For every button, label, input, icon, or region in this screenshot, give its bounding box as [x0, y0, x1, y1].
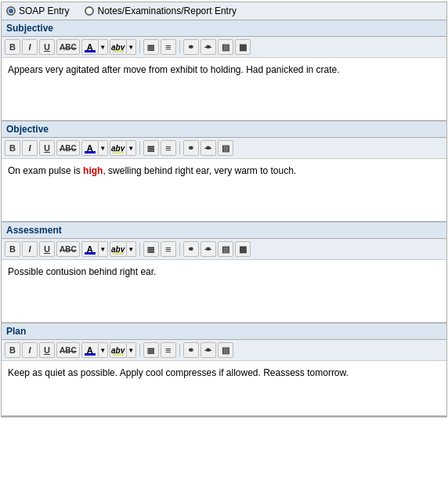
- subjective-content[interactable]: Appears very agitated after move from ex…: [2, 58, 446, 121]
- link-btn-asmnt[interactable]: ⚭: [183, 241, 199, 257]
- font-color-arrow-asmnt[interactable]: ▼: [99, 241, 108, 257]
- highlight-color-group-obj: aby ▼: [110, 140, 136, 156]
- italic-btn-obj[interactable]: I: [22, 140, 38, 156]
- numbered-list-btn-obj[interactable]: ≡: [161, 140, 176, 156]
- font-color-btn-plan[interactable]: A: [81, 342, 99, 358]
- sep2: [179, 41, 180, 53]
- special-btn[interactable]: ▦: [235, 39, 251, 55]
- objective-text-pre: On exam pulse is: [8, 165, 83, 176]
- strikethrough-btn-asmnt[interactable]: ABC: [56, 241, 80, 257]
- table-btn-obj[interactable]: ▤: [218, 140, 233, 156]
- main-container: SOAP Entry Notes/Examinations/Report Ent…: [1, 2, 447, 417]
- link-btn-obj[interactable]: ⚭: [183, 140, 199, 156]
- bold-btn-plan[interactable]: B: [5, 342, 20, 358]
- plan-text: Keep as quiet as possible. Apply cool co…: [8, 367, 349, 378]
- sep4: [179, 142, 180, 154]
- objective-content[interactable]: On exam pulse is high, swelling behind r…: [2, 159, 446, 222]
- bullet-list-btn-obj[interactable]: ≣: [143, 140, 159, 156]
- assessment-content[interactable]: Possible contusion behind right ear.: [2, 260, 446, 323]
- strikethrough-btn-plan[interactable]: ABC: [56, 342, 80, 358]
- section-subjective-label: Subjective: [2, 20, 446, 37]
- numbered-list-btn-plan[interactable]: ≡: [161, 342, 176, 358]
- font-color-arrow-obj[interactable]: ▼: [99, 140, 108, 156]
- underline-btn-obj[interactable]: U: [39, 140, 55, 156]
- toolbar-objective: B I U ABC A ▼ aby ▼ ≣ ≡ ⚭ ⚭ ▤: [2, 138, 446, 159]
- tab-soap-label: SOAP Entry: [19, 5, 69, 16]
- highlight-color-arrow[interactable]: ▼: [127, 39, 136, 55]
- sep1: [139, 41, 140, 53]
- highlight-color-group: aby ▼: [110, 39, 136, 55]
- highlight-color-btn-plan[interactable]: aby: [110, 342, 127, 358]
- sep8: [179, 344, 180, 356]
- toolbar-subjective: B I U ABC A ▼ aby ▼ ≣ ≡ ⚭ ⚭ ▤ ▦: [2, 37, 446, 58]
- font-color-group: A ▼: [81, 39, 108, 55]
- numbered-list-btn[interactable]: ≡: [161, 39, 176, 55]
- objective-text-post: , swelling behind right ear, very warm t…: [103, 165, 296, 176]
- bold-btn[interactable]: B: [5, 39, 20, 55]
- highlight-color-btn[interactable]: aby: [110, 39, 127, 55]
- special-btn-asmnt[interactable]: ▦: [235, 241, 251, 257]
- numbered-list-btn-asmnt[interactable]: ≡: [161, 241, 176, 257]
- unlink-btn[interactable]: ⚭: [201, 39, 216, 55]
- toolbar-assessment: B I U ABC A ▼ aby ▼ ≣ ≡ ⚭ ⚭ ▤ ▦: [2, 239, 446, 260]
- sep6: [179, 243, 180, 255]
- font-color-btn-obj[interactable]: A: [81, 140, 99, 156]
- highlight-color-group-plan: aby ▼: [110, 342, 136, 358]
- italic-btn-plan[interactable]: I: [22, 342, 38, 358]
- sep3: [139, 142, 140, 154]
- bullet-list-btn-plan[interactable]: ≣: [143, 342, 159, 358]
- unlink-btn-plan[interactable]: ⚭: [201, 342, 216, 358]
- highlight-color-btn-obj[interactable]: aby: [110, 140, 127, 156]
- section-objective-label: Objective: [2, 121, 446, 138]
- font-color-arrow-plan[interactable]: ▼: [99, 342, 108, 358]
- strikethrough-btn-obj[interactable]: ABC: [56, 140, 80, 156]
- tab-notes[interactable]: Notes/Examinations/Report Entry: [85, 5, 236, 16]
- assessment-text: Possible contusion behind right ear.: [8, 266, 156, 277]
- section-subjective: Subjective B I U ABC A ▼ aby ▼ ≣ ≡ ⚭ ⚭ ▤…: [2, 20, 446, 121]
- font-color-btn[interactable]: A: [81, 39, 99, 55]
- section-assessment-label: Assessment: [2, 222, 446, 239]
- highlight-color-arrow-plan[interactable]: ▼: [127, 342, 136, 358]
- link-btn[interactable]: ⚭: [183, 39, 199, 55]
- tab-notes-label: Notes/Examinations/Report Entry: [97, 5, 236, 16]
- table-btn-asmnt[interactable]: ▤: [218, 241, 233, 257]
- radio-soap[interactable]: [6, 6, 16, 16]
- toolbar-plan: B I U ABC A ▼ aby ▼ ≣ ≡ ⚭ ⚭ ▤: [2, 340, 446, 361]
- font-color-arrow[interactable]: ▼: [99, 39, 108, 55]
- unlink-btn-obj[interactable]: ⚭: [201, 140, 216, 156]
- tab-row: SOAP Entry Notes/Examinations/Report Ent…: [2, 2, 446, 20]
- sep5: [139, 243, 140, 255]
- link-btn-plan[interactable]: ⚭: [183, 342, 199, 358]
- table-btn-plan[interactable]: ▤: [218, 342, 233, 358]
- highlight-color-group-asmnt: aby ▼: [110, 241, 136, 257]
- underline-btn-asmnt[interactable]: U: [39, 241, 55, 257]
- section-plan: Plan B I U ABC A ▼ aby ▼ ≣ ≡ ⚭ ⚭ ▤ Keep …: [2, 323, 446, 417]
- italic-btn-asmnt[interactable]: I: [22, 241, 38, 257]
- section-assessment: Assessment B I U ABC A ▼ aby ▼ ≣ ≡ ⚭ ⚭ ▤…: [2, 222, 446, 323]
- highlight-color-arrow-obj[interactable]: ▼: [127, 140, 136, 156]
- subjective-text: Appears very agitated after move from ex…: [8, 64, 340, 75]
- font-color-group-plan: A ▼: [81, 342, 108, 358]
- font-color-group-asmnt: A ▼: [81, 241, 108, 257]
- radio-notes[interactable]: [85, 6, 94, 16]
- font-color-btn-asmnt[interactable]: A: [81, 241, 99, 257]
- underline-btn-plan[interactable]: U: [39, 342, 55, 358]
- unlink-btn-asmnt[interactable]: ⚭: [201, 241, 216, 257]
- section-objective: Objective B I U ABC A ▼ aby ▼ ≣ ≡ ⚭ ⚭ ▤ …: [2, 121, 446, 222]
- sep7: [139, 344, 140, 356]
- italic-btn[interactable]: I: [22, 39, 38, 55]
- bold-btn-obj[interactable]: B: [5, 140, 20, 156]
- bold-btn-asmnt[interactable]: B: [5, 241, 20, 257]
- highlight-color-btn-asmnt[interactable]: aby: [110, 241, 127, 257]
- highlight-color-arrow-asmnt[interactable]: ▼: [127, 241, 136, 257]
- tab-soap[interactable]: SOAP Entry: [6, 5, 69, 16]
- plan-content[interactable]: Keep as quiet as possible. Apply cool co…: [2, 361, 446, 416]
- strikethrough-btn[interactable]: ABC: [56, 39, 80, 55]
- font-color-group-obj: A ▼: [81, 140, 108, 156]
- table-btn[interactable]: ▤: [218, 39, 233, 55]
- objective-text-highlight: high: [83, 165, 103, 176]
- bullet-list-btn[interactable]: ≣: [143, 39, 159, 55]
- bullet-list-btn-asmnt[interactable]: ≣: [143, 241, 159, 257]
- section-plan-label: Plan: [2, 323, 446, 340]
- underline-btn[interactable]: U: [39, 39, 55, 55]
